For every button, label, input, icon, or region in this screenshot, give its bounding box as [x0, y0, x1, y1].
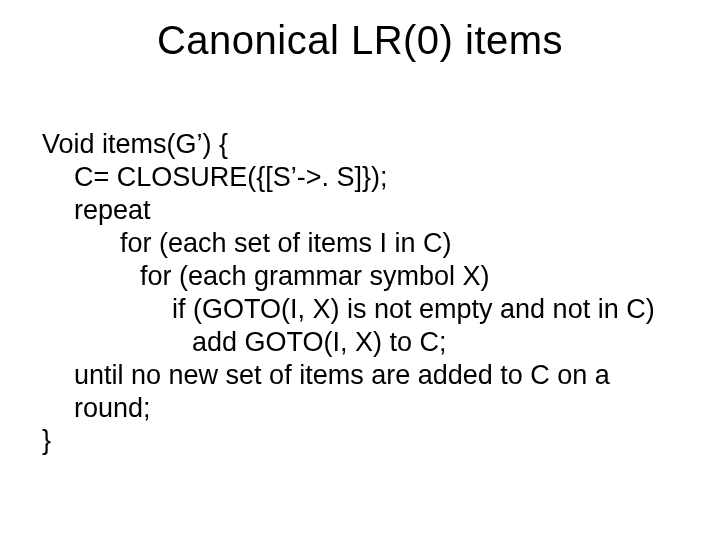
code-line: add GOTO(I, X) to C;	[42, 326, 678, 359]
code-line: C= CLOSURE({[S’->. S]});	[42, 161, 678, 194]
code-line: until no new set of items are added to C…	[42, 359, 678, 425]
code-line: }	[42, 424, 678, 457]
code-line: for (each set of items I in C)	[42, 227, 678, 260]
code-line: if (GOTO(I, X) is not empty and not in C…	[42, 293, 678, 326]
slide: Canonical LR(0) items Void items(G’) { C…	[0, 0, 720, 540]
code-line: for (each grammar symbol X)	[42, 260, 678, 293]
code-line: Void items(G’) {	[42, 128, 678, 161]
slide-title: Canonical LR(0) items	[0, 18, 720, 63]
code-line: repeat	[42, 194, 678, 227]
slide-body: Void items(G’) { C= CLOSURE({[S’->. S]})…	[42, 128, 678, 457]
